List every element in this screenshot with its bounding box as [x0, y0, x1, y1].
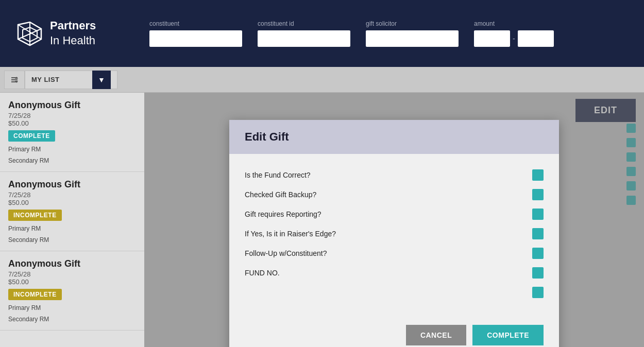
primary-rm: Primary RM: [8, 146, 136, 153]
secondary-rm: Secondary RM: [8, 236, 136, 244]
sort-button[interactable]: [4, 71, 25, 89]
modal-actions: CANCEL COMPLETE: [229, 317, 559, 347]
modal-header: Edit Gift: [229, 120, 559, 154]
complete-button[interactable]: COMPLETE: [472, 325, 544, 345]
status-badge: COMPLETE: [8, 130, 55, 142]
modal-question-4: If Yes, Is it in Raiser's Edge?: [245, 230, 336, 238]
modal-question-6: FUND NO.: [245, 269, 280, 277]
list-item[interactable]: Anonymous Gift 7/25/28 $50.00 INCOMPLETE…: [0, 172, 144, 251]
header: Partners In Health constituent constitue…: [0, 0, 644, 67]
modal-row-6: FUND NO.: [245, 267, 544, 279]
chevron-down-icon: ▼: [98, 76, 105, 84]
modal-row-3: Gift requires Reporting?: [245, 209, 544, 220]
primary-rm: Primary RM: [8, 304, 136, 311]
list-item[interactable]: Anonymous Gift 7/25/28 $50.00 COMPLETE P…: [0, 93, 144, 172]
gift-solicitor-label: gift solicitor: [366, 20, 459, 27]
gift-solicitor-field-group: gift solicitor: [366, 20, 459, 47]
amount-input-min[interactable]: [474, 30, 510, 47]
modal-question-2: Checked Gift Backup?: [245, 190, 316, 199]
secondary-rm: Secondary RM: [8, 157, 136, 164]
logo-text: Partners In Health: [50, 19, 96, 48]
gift-amount: $50.00: [8, 278, 136, 286]
gift-date: 7/25/28: [8, 191, 136, 199]
logo: Partners In Health: [15, 19, 118, 48]
gift-date: 7/25/28: [8, 270, 136, 278]
constituent-input[interactable]: [149, 30, 242, 47]
cancel-button[interactable]: CANCEL: [406, 325, 466, 345]
sidebar: Anonymous Gift 7/25/28 $50.00 COMPLETE P…: [0, 93, 144, 347]
constituent-field-group: constituent: [149, 20, 242, 47]
dropdown-arrow[interactable]: ▼: [92, 71, 111, 89]
modal-checkbox-3[interactable]: [532, 209, 544, 220]
gift-solicitor-input[interactable]: [366, 30, 459, 47]
modal-row-2: Checked Gift Backup?: [245, 189, 544, 200]
modal-title: Edit Gift: [245, 130, 289, 143]
amount-inputs: -: [474, 30, 554, 47]
gift-name: Anonymous Gift: [8, 100, 136, 111]
modal-row-7: [245, 287, 544, 298]
header-fields: constituent constituent id gift solicito…: [149, 20, 629, 47]
constituent-id-label: constituent id: [258, 20, 350, 27]
modal-checkbox-4[interactable]: [532, 228, 544, 239]
modal-checkbox-2[interactable]: [532, 189, 544, 200]
constituent-label: constituent: [149, 20, 242, 27]
gift-amount: $50.00: [8, 199, 136, 206]
gift-date: 7/25/28: [8, 112, 136, 119]
amount-dash: -: [513, 34, 515, 43]
content-area: EDIT EMAIL DEVOPS Edit Gift Is the Fund …: [144, 93, 644, 347]
constituent-id-field-group: constituent id: [258, 20, 350, 47]
modal-row-1: Is the Fund Correct?: [245, 169, 544, 181]
logo-icon: [15, 20, 44, 48]
gift-amount: $50.00: [8, 119, 136, 127]
status-badge: INCOMPLETE: [8, 210, 62, 221]
modal-checkbox-5[interactable]: [532, 248, 544, 259]
gift-name: Anonymous Gift: [8, 179, 136, 190]
constituent-id-input[interactable]: [258, 30, 350, 47]
gift-name: Anonymous Gift: [8, 258, 136, 269]
modal-row-4: If Yes, Is it in Raiser's Edge?: [245, 228, 544, 239]
secondary-rm: Secondary RM: [8, 316, 136, 323]
modal-checkbox-1[interactable]: [532, 169, 544, 181]
modal-question-1: Is the Fund Correct?: [245, 171, 311, 179]
modal-question-5: Follow-Up w/Constituent?: [245, 249, 327, 257]
main-layout: Anonymous Gift 7/25/28 $50.00 COMPLETE P…: [0, 93, 644, 347]
my-list-dropdown[interactable]: MY LIST ▼: [25, 71, 117, 89]
modal-body: Is the Fund Correct? Checked Gift Backup…: [229, 154, 559, 317]
modal-checkbox-6[interactable]: [532, 267, 544, 279]
list-item[interactable]: Anonymous Gift 7/25/28 $50.00 INCOMPLETE…: [0, 251, 144, 331]
edit-gift-modal: Edit Gift Is the Fund Correct? Checked G…: [229, 120, 559, 347]
modal-row-5: Follow-Up w/Constituent?: [245, 248, 544, 259]
modal-question-3: Gift requires Reporting?: [245, 210, 321, 218]
primary-rm: Primary RM: [8, 225, 136, 232]
amount-field-group: amount -: [474, 20, 554, 47]
amount-input-max[interactable]: [518, 30, 554, 47]
toolbar: MY LIST ▼: [0, 67, 644, 93]
modal-checkbox-7[interactable]: [532, 287, 544, 298]
sort-icon: [10, 75, 19, 84]
list-label: MY LIST: [31, 76, 60, 83]
amount-label: amount: [474, 20, 554, 27]
status-badge: INCOMPLETE: [8, 289, 62, 300]
